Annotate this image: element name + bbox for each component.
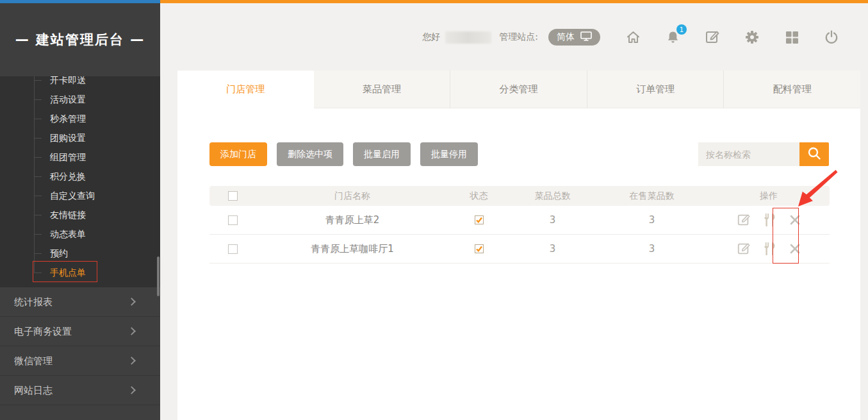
- language-label: 简体: [557, 31, 575, 43]
- col-status: 状态: [448, 190, 509, 202]
- total-dishes-value: 3: [509, 214, 596, 226]
- chevron-right-icon: [127, 357, 136, 365]
- edit-icon[interactable]: [737, 242, 751, 256]
- tab-order-management[interactable]: 订单管理: [587, 71, 724, 108]
- edit-icon[interactable]: [737, 213, 751, 227]
- search-icon: [807, 146, 822, 163]
- sidebar-item-activity-settings[interactable]: 活动设置: [0, 90, 160, 109]
- power-icon[interactable]: [823, 29, 840, 46]
- sidebar-section-sitelog[interactable]: 网站日志: [0, 376, 160, 405]
- topbar-orange-strip: [160, 0, 868, 3]
- header-icons: 1: [625, 29, 840, 46]
- batch-disable-button[interactable]: 批量停用: [420, 142, 478, 166]
- chevron-right-icon: [127, 327, 136, 335]
- fork-knife-icon[interactable]: [762, 240, 778, 257]
- chevron-right-icon: [127, 386, 136, 394]
- sidebar-item-reservation[interactable]: 预约: [0, 244, 160, 263]
- content-card: 门店管理 菜品管理 分类管理 订单管理 配料管理 添加门店 删除选中项 批量启用…: [177, 71, 860, 420]
- sidebar-section-wechat[interactable]: 微信管理: [0, 346, 160, 376]
- fork-knife-icon[interactable]: [762, 212, 778, 228]
- sidebar-section-ecommerce[interactable]: 电子商务设置: [0, 317, 160, 346]
- col-onsale-dishes: 在售菜品数: [596, 190, 708, 202]
- section-label: 网站日志: [14, 385, 53, 396]
- sidebar-item-mobile-ordering[interactable]: 手机点单: [0, 263, 160, 282]
- tab-dish-management[interactable]: 菜品管理: [314, 71, 450, 108]
- row-checkbox[interactable]: [228, 244, 238, 254]
- status-checkbox-checked[interactable]: [475, 244, 484, 253]
- language-pill-button[interactable]: 简体: [548, 29, 600, 46]
- sidebar-item-custom-query[interactable]: 自定义查询: [0, 186, 160, 205]
- tab-category-management[interactable]: 分类管理: [450, 71, 587, 108]
- app-title: — 建站管理后台 —: [15, 31, 145, 49]
- section-label: 微信管理: [14, 355, 53, 367]
- notification-badge: 1: [676, 24, 687, 35]
- top-header: 您好 管理站点: 简体 1: [160, 23, 868, 51]
- delete-x-icon[interactable]: [789, 243, 801, 255]
- sidebar-item-group-manage[interactable]: 组团管理: [0, 147, 160, 167]
- total-dishes-value: 3: [509, 243, 596, 255]
- delete-x-icon[interactable]: [789, 214, 801, 226]
- tab-bar: 门店管理 菜品管理 分类管理 订单管理 配料管理: [177, 71, 860, 108]
- tab-ingredient-management[interactable]: 配料管理: [723, 71, 860, 108]
- delete-selected-button[interactable]: 删除选中项: [277, 142, 343, 166]
- sidebar: 开卡即送 活动设置 秒杀管理 团购设置 组团管理 积分兑换 自定义查询 友情链接…: [0, 3, 160, 420]
- search-box: [698, 142, 829, 166]
- select-all-checkbox[interactable]: [228, 191, 238, 201]
- col-total-dishes: 菜品总数: [509, 190, 596, 202]
- table-row: 青青原上草2 3 3: [209, 206, 830, 235]
- section-label: 统计报表: [14, 296, 53, 308]
- row-checkbox[interactable]: [228, 215, 238, 225]
- sidebar-item-groupbuy[interactable]: 团购设置: [0, 128, 160, 147]
- store-name: 青青原上草2: [256, 214, 448, 226]
- monitor-icon: [580, 31, 592, 43]
- sidebar-item-flashsale[interactable]: 秒杀管理: [0, 109, 160, 128]
- username-redacted: [445, 31, 491, 44]
- sidebar-item-dynamic-forms[interactable]: 动态表单: [0, 224, 160, 244]
- onsale-dishes-value: 3: [596, 214, 708, 226]
- compose-icon[interactable]: [704, 29, 721, 46]
- stores-table: 门店名称 状态 菜品总数 在售菜品数 操作 青青原上草2 3 3: [209, 186, 830, 264]
- bell-icon[interactable]: 1: [664, 29, 681, 46]
- home-icon[interactable]: [625, 29, 641, 46]
- col-actions: 操作: [708, 190, 830, 202]
- search-button[interactable]: [799, 142, 829, 166]
- col-store-name: 门店名称: [256, 190, 448, 202]
- sidebar-scrollbar[interactable]: [157, 256, 160, 296]
- sidebar-header: — 建站管理后台 —: [0, 3, 160, 76]
- gear-icon[interactable]: [744, 29, 760, 46]
- sidebar-submenu: 开卡即送 活动设置 秒杀管理 团购设置 组团管理 积分兑换 自定义查询 友情链接…: [0, 76, 160, 282]
- toolbar: 添加门店 删除选中项 批量启用 批量停用: [209, 142, 487, 166]
- batch-enable-button[interactable]: 批量启用: [353, 142, 411, 166]
- sidebar-item-friend-links[interactable]: 友情链接: [0, 205, 160, 224]
- table-header-row: 门店名称 状态 菜品总数 在售菜品数 操作: [209, 186, 830, 206]
- store-name: 青青原上草咖啡厅1: [256, 243, 448, 255]
- greeting-text: 您好: [422, 31, 440, 43]
- tab-store-management[interactable]: 门店管理: [177, 71, 314, 108]
- section-label: 电子商务设置: [14, 326, 72, 337]
- onsale-dishes-value: 3: [596, 243, 708, 255]
- search-input[interactable]: [698, 142, 799, 166]
- sidebar-sections: 统计报表 电子商务设置 微信管理 网站日志: [0, 287, 160, 420]
- site-label: 管理站点:: [499, 31, 538, 43]
- sidebar-item-points-exchange[interactable]: 积分兑换: [0, 167, 160, 186]
- status-checkbox-checked[interactable]: [475, 215, 484, 224]
- add-store-button[interactable]: 添加门店: [209, 142, 267, 166]
- sidebar-section-stats[interactable]: 统计报表: [0, 287, 160, 317]
- chevron-right-icon: [127, 298, 136, 306]
- apps-grid-icon[interactable]: [783, 29, 800, 46]
- table-row: 青青原上草咖啡厅1 3 3: [209, 235, 830, 264]
